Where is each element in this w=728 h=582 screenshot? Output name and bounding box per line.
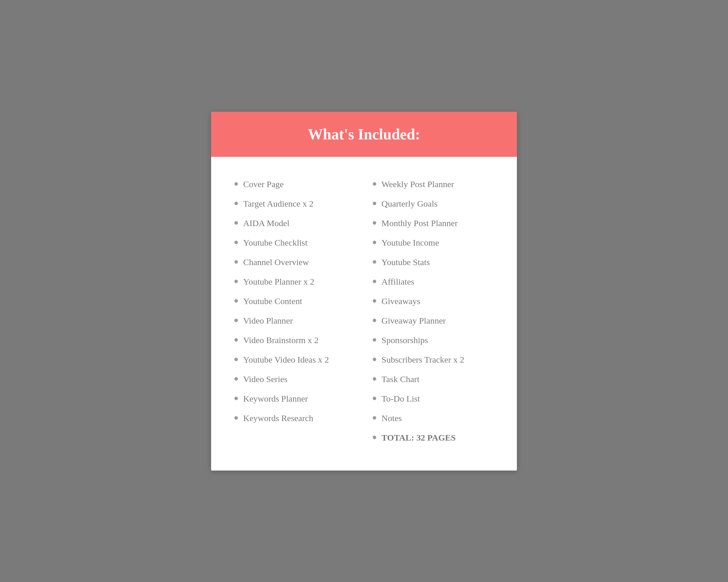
bullet-icon	[234, 280, 238, 283]
item-label: Keywords Planner	[243, 393, 308, 404]
item-label: TOTAL: 32 PAGES	[382, 432, 456, 443]
bullet-icon	[373, 436, 376, 439]
list-item: Youtube Content	[234, 291, 355, 311]
item-label: To-Do List	[382, 393, 420, 404]
item-label: Youtube Planner x 2	[243, 276, 314, 287]
bullet-icon	[373, 241, 376, 244]
bullet-icon	[234, 241, 238, 244]
item-label: Youtube Video Ideas x 2	[243, 354, 329, 365]
item-label: Task Chart	[382, 373, 419, 385]
list-item: Task Chart	[373, 369, 494, 389]
bullet-icon	[373, 377, 376, 381]
list-item: Quarterly Goals	[373, 194, 494, 213]
item-label: Target Audience x 2	[243, 198, 313, 209]
bullet-icon	[373, 260, 376, 264]
item-label: Giveaways	[382, 295, 420, 307]
header-title: What's Included:	[229, 126, 499, 143]
list-item: Giveaways	[373, 291, 494, 311]
right-column: Weekly Post PlannerQuarterly GoalsMonthl…	[373, 174, 494, 447]
bullet-icon	[234, 358, 238, 361]
bullet-icon	[373, 397, 376, 400]
bullet-icon	[373, 338, 376, 342]
list-item: Youtube Video Ideas x 2	[234, 350, 355, 369]
bullet-icon	[373, 221, 376, 225]
list-item: Affiliates	[373, 272, 494, 291]
bullet-icon	[234, 299, 238, 303]
item-label: AIDA Model	[243, 217, 289, 229]
list-item: Target Audience x 2	[234, 194, 355, 213]
item-label: Youtube Income	[382, 237, 439, 248]
list-item: AIDA Model	[234, 213, 355, 233]
main-card: What's Included: Cover PageTarget Audien…	[211, 112, 517, 471]
list-item: Video Series	[234, 369, 355, 389]
bullet-icon	[234, 338, 238, 342]
list-item: Youtube Stats	[373, 252, 494, 272]
item-label: Affiliates	[382, 276, 414, 287]
bullet-icon	[373, 358, 376, 361]
list-item: TOTAL: 32 PAGES	[373, 428, 494, 447]
bullet-icon	[234, 416, 238, 420]
list-item: Monthly Post Planner	[373, 213, 494, 233]
bullet-icon	[234, 202, 238, 205]
item-label: Channel Overview	[243, 256, 309, 268]
item-label: Video Brainstorm x 2	[243, 334, 318, 346]
bullet-icon	[234, 260, 238, 264]
list-item: To-Do List	[373, 389, 494, 408]
card-header: What's Included:	[211, 112, 517, 157]
bullet-icon	[234, 377, 238, 381]
item-label: Giveaway Planner	[382, 315, 446, 326]
list-item: Channel Overview	[234, 252, 355, 272]
bullet-icon	[373, 202, 376, 205]
list-item: Youtube Planner x 2	[234, 272, 355, 291]
item-label: Keywords Research	[243, 412, 313, 424]
list-item: Keywords Planner	[234, 389, 355, 408]
list-item: Video Planner	[234, 311, 355, 330]
item-label: Subscribers Tracker x 2	[382, 354, 464, 365]
item-label: Video Planner	[243, 315, 293, 326]
bullet-icon	[373, 416, 376, 420]
bullet-icon	[234, 221, 238, 225]
bullet-icon	[373, 182, 376, 186]
item-label: Quarterly Goals	[382, 198, 437, 209]
card-body: Cover PageTarget Audience x 2AIDA ModelY…	[211, 157, 517, 471]
bullet-icon	[234, 182, 238, 186]
item-label: Youtube Content	[243, 295, 302, 307]
item-label: Youtube Stats	[382, 256, 430, 268]
list-item: Notes	[373, 408, 494, 428]
item-label: Video Series	[243, 373, 287, 385]
list-item: Keywords Research	[234, 408, 355, 428]
item-label: Weekly Post Planner	[382, 178, 454, 190]
list-item: Video Brainstorm x 2	[234, 330, 355, 350]
bullet-icon	[234, 318, 238, 322]
list-item: Youtube Checklist	[234, 233, 355, 252]
item-label: Youtube Checklist	[243, 237, 308, 248]
bullet-icon	[373, 318, 376, 322]
list-item: Cover Page	[234, 174, 355, 194]
left-column: Cover PageTarget Audience x 2AIDA ModelY…	[234, 174, 355, 447]
item-label: Sponsorships	[382, 334, 428, 346]
item-label: Monthly Post Planner	[382, 217, 458, 229]
list-item: Youtube Income	[373, 233, 494, 252]
list-item: Giveaway Planner	[373, 311, 494, 330]
list-item: Subscribers Tracker x 2	[373, 350, 494, 369]
list-item: Weekly Post Planner	[373, 174, 494, 194]
item-label: Cover Page	[243, 178, 284, 190]
list-item: Sponsorships	[373, 330, 494, 350]
bullet-icon	[373, 280, 376, 283]
bullet-icon	[373, 299, 376, 303]
bullet-icon	[234, 397, 238, 400]
item-label: Notes	[382, 412, 402, 424]
